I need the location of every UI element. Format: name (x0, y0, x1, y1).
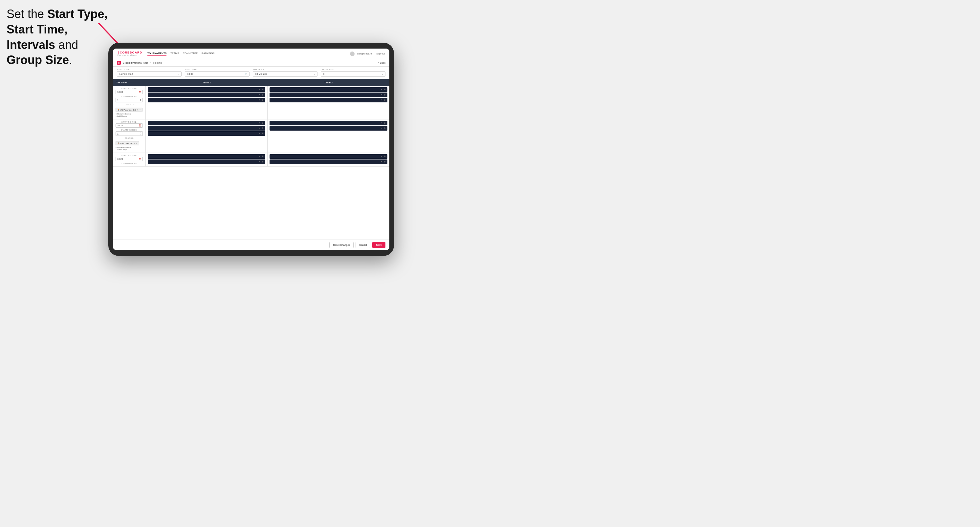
course-remove-1[interactable]: ✕ (137, 109, 138, 111)
player-expand-icon-3[interactable]: ⊕ (262, 99, 264, 102)
remove-group-1[interactable]: ○ Remove Group (116, 113, 143, 115)
starting-hole-label-2: STARTING HOLE: (116, 129, 143, 131)
chevron-down-icon-2: ▾ (314, 73, 315, 75)
team2-col-1: ✕ ⊕ ✕ ⊕ ✕ ⊕ (267, 86, 389, 119)
reset-changes-button[interactable]: Reset Changes (329, 242, 353, 248)
col-team1: Team 1 (146, 79, 267, 86)
group-size-label: Group Size (321, 68, 385, 71)
clock-icon-2: ⏰ (139, 124, 141, 127)
main-content: Tee Time Team 1 Team 2 STARTING TIME: 10… (113, 79, 389, 240)
player-g2-expand-1[interactable]: ⊕ (262, 122, 264, 124)
nav-rankings[interactable]: RANKINGS (202, 51, 215, 56)
col-tee-time: Tee Time (113, 79, 146, 86)
tee-group-2-left: STARTING TIME: 10:10 ⏰ STARTING HOLE: 1 … (113, 119, 146, 152)
instruction-line3-suffix: and (55, 38, 78, 51)
player-g2-t2-remove-1[interactable]: ✕ (380, 122, 382, 124)
starting-hole-input-2[interactable]: 1 ▲▼ (116, 131, 143, 136)
intervals-field: Intervals 10 Minutes ▾ (253, 68, 318, 77)
player-g2-expand-2[interactable]: ⊕ (262, 127, 264, 130)
starting-hole-input-1[interactable]: 1 ▲▼ (116, 98, 143, 102)
player-row-g3-t2-1: ✕ ⊕ (270, 154, 387, 159)
tee-group-2: STARTING TIME: 10:10 ⏰ STARTING HOLE: 1 … (113, 119, 389, 153)
col-team2: Team 2 (267, 79, 389, 86)
player-t2-expand-2[interactable]: ⊕ (384, 94, 386, 96)
player-g2-t2-remove-2[interactable]: ✕ (380, 127, 382, 130)
player-t2-remove-2[interactable]: ✕ (380, 94, 382, 96)
player-row-g3-t1-1: ✕ ⊕ (148, 154, 265, 159)
player-row-t1-2: ✕ ⊕ (148, 92, 265, 97)
player-g3-remove-1[interactable]: ✕ (258, 155, 260, 158)
stepper-2[interactable]: ▲▼ (140, 132, 141, 135)
start-type-select[interactable]: 1st Tee Start ▾ (117, 71, 181, 77)
save-button[interactable]: Save (372, 242, 385, 248)
cancel-button[interactable]: Cancel (356, 242, 370, 248)
player-g2-remove-1[interactable]: ✕ (258, 122, 260, 124)
player-t2-remove-3[interactable]: ✕ (380, 99, 382, 102)
player-t2-remove-1[interactable]: ✕ (380, 88, 382, 91)
start-type-field: Start Type 1st Tee Start ▾ (117, 68, 181, 77)
starting-time-input-3[interactable]: 10:20 ⏰ (116, 157, 143, 161)
nav-committee[interactable]: COMMITTEE (183, 51, 198, 56)
player-remove-icon-3[interactable]: ✕ (258, 99, 260, 102)
tablet-device: SCOREBOARD Powered by clipp... TOURNAMEN… (108, 43, 394, 256)
player-g2-t2-expand-1[interactable]: ⊕ (384, 122, 386, 124)
nav-tournaments[interactable]: TOURNAMENTS (147, 51, 167, 56)
player-row-g2-t1-1: ✕ ⊕ (148, 121, 265, 125)
starting-time-label-3: STARTING TIME: (116, 154, 143, 157)
player-g2-expand-3[interactable]: ⊕ (262, 132, 264, 135)
team1-col-3: ✕ ⊕ ✕ ⊕ (146, 153, 267, 167)
starting-time-input-1[interactable]: 10:00 ⏰ (116, 90, 143, 94)
player-t2-expand-3[interactable]: ⊕ (384, 99, 386, 102)
tee-group-2-row: STARTING TIME: 10:10 ⏰ STARTING HOLE: 1 … (113, 119, 389, 152)
intervals-select[interactable]: 10 Minutes ▾ (253, 71, 318, 77)
player-g3-t2-expand-2[interactable]: ⊕ (384, 160, 386, 163)
player-g2-remove-2[interactable]: ✕ (258, 127, 260, 130)
clock-icon-1: ⏰ (139, 91, 141, 93)
player-g2-t2-expand-2[interactable]: ⊕ (384, 127, 386, 130)
player-g3-t2-remove-1[interactable]: ✕ (380, 155, 382, 158)
sign-out-link[interactable]: Sign out (376, 52, 385, 55)
remove-group-2[interactable]: ○ Remove Group (116, 146, 143, 148)
avatar (350, 51, 355, 56)
nav-teams[interactable]: TEAMS (170, 51, 179, 56)
stepper-1[interactable]: ▲▼ (140, 99, 141, 102)
starting-time-label-1: STARTING TIME: (116, 87, 143, 90)
player-row-g2-t2-2: ✕ ⊕ (270, 126, 387, 130)
start-time-select[interactable]: 10:00 🕐 (185, 71, 250, 77)
starting-time-input-2[interactable]: 10:10 ⏰ (116, 123, 143, 128)
course-chevron-1[interactable]: ▾ (140, 109, 140, 111)
starting-time-label-2: STARTING TIME: (116, 121, 143, 123)
player-remove-icon-2[interactable]: ✕ (258, 94, 260, 96)
player-g3-t2-expand-1[interactable]: ⊕ (384, 155, 386, 158)
instruction-line4-suffix: . (69, 53, 72, 67)
player-remove-icon[interactable]: ✕ (258, 88, 260, 91)
player-g3-expand-2[interactable]: ⊕ (262, 160, 264, 163)
player-g3-remove-2[interactable]: ✕ (258, 160, 260, 163)
tee-group-3: STARTING TIME: 10:20 ⏰ STARTING HOLE: ✕ … (113, 153, 389, 167)
group-size-field: Group Size 3 ▾ (321, 68, 385, 77)
instruction-line1: Set the Start Type, (6, 7, 107, 21)
starting-hole-label-3: STARTING HOLE: (116, 162, 143, 164)
add-group-2[interactable]: + Add Group (116, 149, 143, 151)
course-remove-2[interactable]: ✕ (134, 142, 135, 144)
add-group-1[interactable]: + Add Group (116, 115, 143, 117)
player-row-g3-t1-2: ✕ ⊕ (148, 159, 265, 164)
course-chevron-2[interactable]: ▾ (136, 142, 137, 144)
tournament-name[interactable]: Clippd Invitational (Me) (123, 61, 148, 64)
nav-right: blair@clippd.io | Sign out (350, 51, 385, 56)
player-expand-icon[interactable]: ⊕ (262, 88, 264, 91)
settings-bar: Start Type 1st Tee Start ▾ Start Time 10… (113, 67, 389, 79)
player-g3-t2-remove-2[interactable]: ✕ (380, 160, 382, 163)
bottom-bar: Reset Changes Cancel Save (113, 240, 389, 250)
tee-group-1-left: STARTING TIME: 10:00 ⏰ STARTING HOLE: 1 … (113, 86, 146, 119)
player-g2-remove-3[interactable]: ✕ (258, 132, 260, 135)
group-size-select[interactable]: 3 ▾ (321, 71, 385, 77)
team1-col-1: ✕ ⊕ ✕ ⊕ ✕ ⊕ (146, 86, 267, 119)
back-button[interactable]: < Back (378, 61, 385, 64)
player-g3-expand-1[interactable]: ⊕ (262, 155, 264, 158)
player-row-g2-t1-3: ✕ ⊕ (148, 131, 265, 136)
course-tag-2: 🏌 East Lake GC ✕ ▾ (116, 141, 139, 145)
player-expand-icon-2[interactable]: ⊕ (262, 94, 264, 96)
player-row-t1-3: ✕ ⊕ (148, 98, 265, 102)
player-t2-expand-1[interactable]: ⊕ (384, 88, 386, 91)
